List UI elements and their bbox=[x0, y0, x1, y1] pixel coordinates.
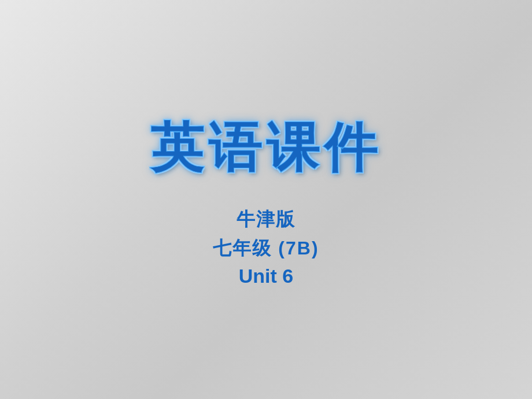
subtitle-line2: 七年级 (7B) bbox=[213, 236, 319, 261]
subtitle-line1: 牛津版 bbox=[237, 207, 295, 232]
subtitle-block: 牛津版 七年级 (7B) Unit 6 bbox=[213, 207, 319, 287]
subtitle-line3: Unit 6 bbox=[239, 265, 293, 287]
main-title: 英语课件 bbox=[150, 112, 382, 184]
slide-background: 英语课件 牛津版 七年级 (7B) Unit 6 bbox=[0, 0, 532, 399]
